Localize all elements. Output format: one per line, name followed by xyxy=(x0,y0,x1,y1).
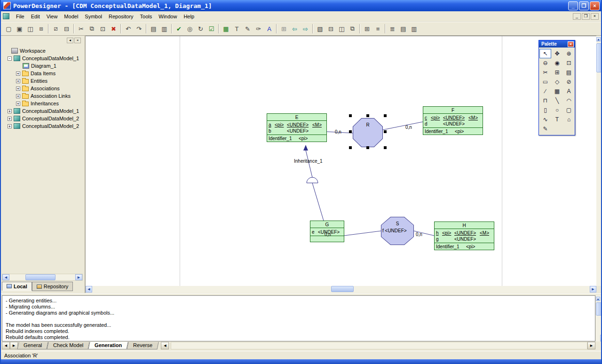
pointer-tool[interactable]: ↖ xyxy=(539,49,551,58)
copy-button[interactable]: ⧉ xyxy=(87,24,97,34)
menu-symbol[interactable]: Symbol xyxy=(81,12,105,21)
back-button[interactable]: ⇦ xyxy=(289,24,300,34)
outline-button[interactable]: ▤ xyxy=(398,24,409,34)
line-tool[interactable]: ╲ xyxy=(551,96,563,105)
tile-vertical-button[interactable]: ◫ xyxy=(336,24,347,34)
inheritance-label[interactable]: Inheritance_1 xyxy=(294,158,323,164)
tree-item-data-items[interactable]: + Data Items xyxy=(2,70,83,77)
report-tool[interactable]: ▤ xyxy=(563,68,575,77)
delete-button[interactable]: ✖ xyxy=(108,24,119,34)
new-button[interactable]: ▢ xyxy=(3,24,14,34)
output-vertical-scrollbar[interactable]: ▲ ▼ xyxy=(596,295,602,341)
menu-model[interactable]: Model xyxy=(61,12,81,21)
cardinality-label[interactable]: 0,n xyxy=(405,125,412,130)
palette-titlebar[interactable]: Palette × xyxy=(539,40,575,47)
tab-check-model[interactable]: Check Model xyxy=(47,342,90,349)
document-icon[interactable] xyxy=(3,13,9,19)
open-diagram-tool[interactable]: ⊡ xyxy=(563,58,575,68)
expand-icon[interactable]: + xyxy=(16,87,20,91)
detail-view-button[interactable]: ▥ xyxy=(409,24,420,34)
collapse-icon[interactable]: - xyxy=(8,56,12,61)
menu-help[interactable]: Help xyxy=(180,12,198,21)
rounded-rectangle-tool[interactable]: ▢ xyxy=(563,105,575,115)
brush-button[interactable]: ✑ xyxy=(253,24,264,34)
mdi-minimize-button[interactable]: _ xyxy=(573,13,581,20)
expand-icon[interactable]: + xyxy=(16,102,20,106)
cut-button[interactable]: ✂ xyxy=(76,24,87,34)
refresh-button[interactable]: ↻ xyxy=(195,24,206,34)
entity-E[interactable]: E a<pi><UNDEF><M> b<UNDEF> Identifier_1<… xyxy=(267,113,327,142)
palette-window[interactable]: Palette × ↖ ✥ ⊕ ⊖ ◉ ⊡ ✂ ⊞ ▤ ▭ ◇ ⊘ ∕ ▦ A … xyxy=(539,40,575,135)
tab-reverse[interactable]: Reverse xyxy=(127,342,159,349)
note-tool[interactable]: ▦ xyxy=(551,87,563,96)
palette-close-button[interactable]: × xyxy=(568,41,574,47)
cardinality-label[interactable]: 0,n xyxy=(325,232,331,237)
expand-icon[interactable]: + xyxy=(16,94,20,98)
grabber-tool[interactable]: ✥ xyxy=(551,49,563,58)
scroll-right-icon[interactable]: ▶ xyxy=(590,286,596,293)
cardinality-label[interactable]: 0,n xyxy=(416,232,422,237)
entity-H[interactable]: H h<pi><UNDEF><M> g<UNDEF> Identifier_1<… xyxy=(434,222,494,250)
expand-icon[interactable]: + xyxy=(8,124,12,128)
selection-handle[interactable] xyxy=(384,146,387,149)
check-model-button[interactable]: ✔ xyxy=(174,24,184,34)
tree-item-association-links[interactable]: + Association Links xyxy=(2,92,83,100)
inheritance-tool[interactable]: ⊓ xyxy=(539,96,551,105)
entity-tool[interactable]: ▭ xyxy=(539,77,551,87)
open-button[interactable]: ▣ xyxy=(14,24,25,34)
properties-tool[interactable]: ◉ xyxy=(551,58,563,68)
zoom-out-tool[interactable]: ⊖ xyxy=(539,58,551,68)
menu-tools[interactable]: Tools xyxy=(137,12,156,21)
scrollbar-track[interactable] xyxy=(9,274,75,280)
rectangle-tool[interactable]: ▯ xyxy=(539,105,551,115)
grid-button[interactable]: ⊞ xyxy=(362,24,372,34)
tree-item-associations[interactable]: + Associations xyxy=(2,85,83,92)
validate-button[interactable]: ☑ xyxy=(206,24,217,34)
tree-item-model-4[interactable]: + ConceptualDataModel_2 xyxy=(2,122,83,130)
selection-handle[interactable] xyxy=(366,114,369,117)
scrollbar-thumb[interactable] xyxy=(596,302,602,316)
list-button[interactable]: ≣ xyxy=(387,24,398,34)
expand-icon[interactable]: + xyxy=(16,71,20,76)
panel-scroll-button[interactable]: ◂ xyxy=(67,38,73,43)
scrollbar-track[interactable] xyxy=(171,342,587,349)
entity-G[interactable]: G e<UNDEF> xyxy=(310,221,344,242)
delete-tool[interactable]: ✂ xyxy=(539,68,551,77)
scroll-left-icon[interactable]: ◀ xyxy=(161,342,169,349)
selection-handle[interactable] xyxy=(384,130,387,133)
align-button[interactable]: ≡ xyxy=(372,24,383,34)
undo-button[interactable]: ↶ xyxy=(123,24,134,34)
zoom-in-tool[interactable]: ⊕ xyxy=(563,49,575,58)
save-all-button[interactable]: ⧈ xyxy=(36,24,47,34)
tree-item-entities[interactable]: + Entities xyxy=(2,77,83,85)
scroll-down-icon[interactable]: ▼ xyxy=(600,335,602,341)
expand-icon[interactable]: + xyxy=(16,79,20,83)
minimize-button[interactable]: _ xyxy=(568,1,578,10)
find-button[interactable]: ◎ xyxy=(184,24,195,34)
repository-button[interactable]: ▥ xyxy=(159,24,170,34)
tree-item-workspace[interactable]: Workspace xyxy=(2,47,83,55)
polygon-tool[interactable]: ⌂ xyxy=(563,115,575,124)
attach-button[interactable]: ⊞ xyxy=(278,24,289,34)
free-draw-tool[interactable]: ✎ xyxy=(539,124,551,134)
menu-view[interactable]: View xyxy=(43,12,61,21)
tile-horizontal-button[interactable]: ⊟ xyxy=(325,24,336,34)
properties-button[interactable]: ▤ xyxy=(148,24,159,34)
arc-tool[interactable]: ◠ xyxy=(563,96,575,105)
diagram-canvas[interactable]: E a<pi><UNDEF><M> b<UNDEF> Identifier_1<… xyxy=(86,36,596,286)
scrollbar-thumb[interactable] xyxy=(596,43,602,72)
expand-icon[interactable]: + xyxy=(8,117,12,121)
canvas-vertical-scrollbar[interactable]: ▲ ▼ xyxy=(596,36,602,293)
canvas-horizontal-scrollbar[interactable]: ◀ ▶ xyxy=(86,286,596,293)
mdi-close-button[interactable]: × xyxy=(591,13,599,20)
tree-item-model-1[interactable]: - ConceptualDataModel_1 xyxy=(2,55,83,62)
generate-database-button[interactable]: ▦ xyxy=(221,24,231,34)
text-tool[interactable]: A xyxy=(563,87,575,96)
restore-button[interactable]: ❐ xyxy=(579,1,589,10)
exclude-tool[interactable]: ⊘ xyxy=(563,77,575,87)
app-icon[interactable] xyxy=(3,2,11,9)
selection-handle[interactable] xyxy=(349,130,352,133)
output-tab-scroll-left[interactable]: ◀ xyxy=(2,342,10,349)
menu-repository[interactable]: Repository xyxy=(105,12,137,21)
ellipse-tool[interactable]: ○ xyxy=(551,105,563,115)
